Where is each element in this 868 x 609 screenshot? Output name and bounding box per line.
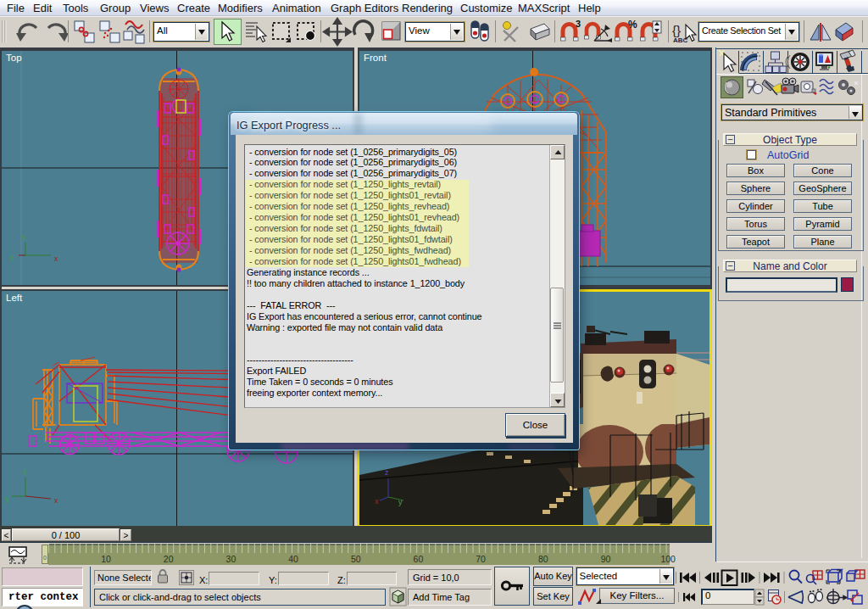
svg-text:x: x <box>54 496 58 505</box>
svg-text:10: 10 <box>101 554 111 564</box>
svg-text:60: 60 <box>414 554 424 564</box>
svg-text:50: 50 <box>351 554 361 564</box>
svg-text:100: 100 <box>660 554 676 564</box>
svg-text:z: z <box>385 468 389 477</box>
svg-text:x: x <box>375 497 379 506</box>
svg-text:{}: {} <box>672 23 681 37</box>
svg-text:y: y <box>5 494 9 503</box>
svg-text:y: y <box>22 232 26 241</box>
svg-text:z: z <box>10 254 14 262</box>
svg-text:20: 20 <box>164 554 174 564</box>
svg-text:70: 70 <box>476 554 486 564</box>
svg-text:40: 40 <box>288 554 298 564</box>
svg-text:%: % <box>628 19 637 31</box>
svg-text:30: 30 <box>226 554 236 564</box>
svg-text:90: 90 <box>601 554 611 564</box>
svg-text:x: x <box>54 254 58 263</box>
svg-text:80: 80 <box>538 554 548 564</box>
svg-text:z: z <box>23 467 27 476</box>
svg-text:3: 3 <box>576 19 581 29</box>
